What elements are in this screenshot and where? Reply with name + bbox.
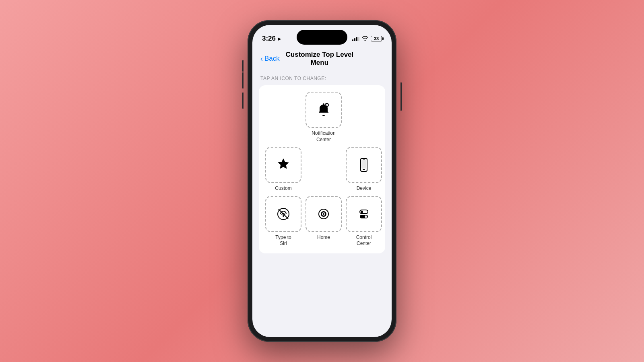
notification-center-icon-box: ! xyxy=(305,92,342,128)
device-phone-icon xyxy=(355,156,373,174)
status-icons: 33 xyxy=(352,36,382,41)
menu-item-device[interactable]: Device xyxy=(346,147,382,192)
siri-icon xyxy=(275,205,292,223)
volume-up-button xyxy=(242,72,244,88)
star-icon xyxy=(275,156,292,174)
battery-icon: 33 xyxy=(371,36,382,41)
svg-point-13 xyxy=(323,213,324,215)
signal-icon xyxy=(352,36,359,41)
power-button xyxy=(400,82,402,111)
location-icon: ► xyxy=(277,36,282,42)
control-center-icon-box xyxy=(346,196,382,232)
signal-bar-1 xyxy=(352,39,353,41)
wifi-icon xyxy=(362,36,368,41)
back-label: Back xyxy=(264,55,280,63)
home-icon-box xyxy=(305,196,342,232)
silent-switch xyxy=(242,60,244,72)
main-content: TAP AN ICON TO CHANGE: ! xyxy=(252,71,392,253)
page-title: Customize Top Level Menu xyxy=(280,51,359,67)
svg-point-9 xyxy=(283,215,284,217)
bell-icon: ! xyxy=(315,101,332,119)
status-time: 3:26 ► xyxy=(262,35,282,43)
navigation-bar: ‹ Back Customize Top Level Menu xyxy=(252,47,392,71)
menu-item-notification-center[interactable]: ! NotificationCenter xyxy=(305,92,342,143)
menu-grid: ! NotificationCenter Custom xyxy=(265,92,379,247)
signal-bar-3 xyxy=(356,37,357,41)
home-circle-icon xyxy=(315,205,332,223)
custom-label: Custom xyxy=(275,185,291,192)
back-chevron-icon: ‹ xyxy=(260,55,263,63)
home-label: Home xyxy=(317,234,330,241)
svg-point-17 xyxy=(365,215,367,218)
volume-down-button xyxy=(242,93,244,109)
device-label: Device xyxy=(357,185,372,192)
svg-text:!: ! xyxy=(326,104,327,107)
notification-center-label: NotificationCenter xyxy=(312,130,335,143)
battery-percent: 33 xyxy=(374,36,379,41)
menu-item-control-center[interactable]: ControlCenter xyxy=(346,196,382,247)
type-to-siri-icon-box xyxy=(265,196,301,232)
svg-point-15 xyxy=(361,210,363,213)
toggles-icon xyxy=(355,205,373,223)
menu-item-custom[interactable]: Custom xyxy=(265,147,301,192)
battery-indicator: 33 xyxy=(371,36,382,41)
svg-rect-6 xyxy=(363,159,365,160)
device-icon-box xyxy=(346,147,382,183)
signal-bar-2 xyxy=(354,38,355,41)
custom-icon-box xyxy=(265,147,301,183)
time-display: 3:26 xyxy=(262,35,276,43)
menu-item-type-to-siri[interactable]: Type toSiri xyxy=(265,196,301,247)
menu-grid-container: ! NotificationCenter Custom xyxy=(259,85,385,253)
phone-frame: 3:26 ► xyxy=(248,20,396,342)
svg-rect-5 xyxy=(363,169,365,170)
svg-rect-4 xyxy=(361,160,366,169)
signal-bar-4 xyxy=(358,37,359,41)
phone-screen: 3:26 ► xyxy=(252,25,392,337)
section-label: TAP AN ICON TO CHANGE: xyxy=(259,71,385,85)
back-button[interactable]: ‹ Back xyxy=(260,55,280,63)
control-center-label: ControlCenter xyxy=(356,234,372,247)
dynamic-island xyxy=(297,30,347,45)
empty-center-mid xyxy=(305,147,342,192)
menu-item-home[interactable]: Home xyxy=(305,196,342,247)
type-to-siri-label: Type toSiri xyxy=(275,234,291,247)
